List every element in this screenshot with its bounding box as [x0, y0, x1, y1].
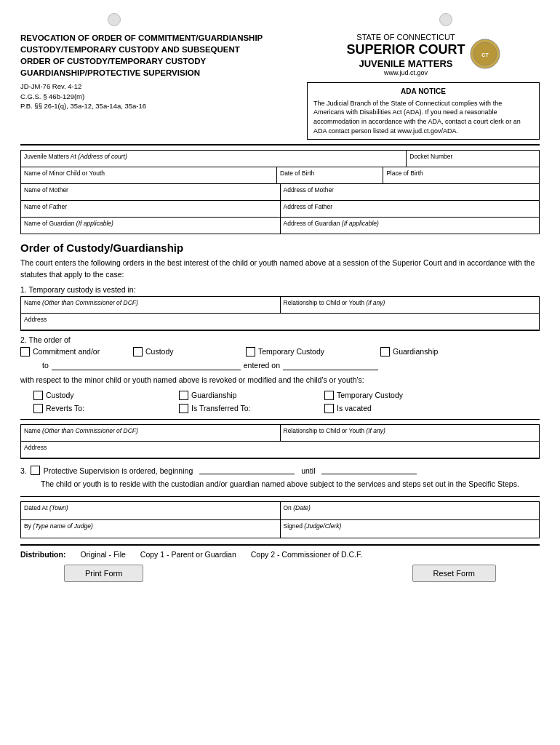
- sub-guardianship-checkbox[interactable]: [179, 391, 188, 400]
- entered-on-label: entered on: [244, 361, 280, 370]
- by-cell: By (Type name of Judge): [21, 520, 281, 538]
- mother-row: Name of Mother Address of Mother: [21, 184, 539, 201]
- ada-notice-box: ADA NOTICE The Judicial Branch of the St…: [307, 82, 540, 140]
- mother-address-label: Address of Mother: [284, 186, 334, 194]
- distribution-item-0: Original - File: [80, 550, 125, 559]
- sub-custody-checkbox[interactable]: [33, 391, 43, 400]
- commitment-checkbox[interactable]: [20, 347, 30, 356]
- juvenile-matters-cell: Juvenile Matters At (Address of court): [21, 151, 407, 167]
- guardian-name-cell: Name of Guardian (If applicable): [21, 218, 281, 234]
- mother-address-cell: Address of Mother: [281, 184, 540, 200]
- signed-sublabel: (Judge/Clerk): [304, 522, 341, 530]
- father-name-label: Name of Father: [24, 203, 67, 210]
- sub-temp-custody-checkbox[interactable]: [324, 391, 334, 400]
- guardian-address-label: Address of Guardian: [284, 220, 340, 227]
- temp-custody-checkbox[interactable]: [246, 347, 255, 356]
- sub-guardianship-label: Guardianship: [191, 391, 236, 399]
- section2-name-cell: Name (Other than Commissioner of DCF): [21, 425, 281, 441]
- section2-rel-sublabel: (If any): [366, 427, 385, 434]
- to-label: to: [42, 361, 49, 370]
- reset-button[interactable]: Reset Form: [412, 565, 496, 582]
- section1-name-label: Name: [24, 299, 41, 306]
- section2-label: 2. The order of: [20, 335, 540, 344]
- guardian-name-sublabel: (If applicable): [76, 220, 113, 227]
- transferred-to-checkbox[interactable]: [179, 404, 188, 413]
- form-fields-grid: Juvenile Matters At (Address of court) D…: [20, 150, 540, 234]
- section3-beginning-input[interactable]: [199, 465, 295, 474]
- section2-name-row: Name (Other than Commissioner of DCF) Re…: [21, 425, 539, 442]
- temp-custody-checkbox-item: Temporary Custody: [246, 347, 380, 356]
- section1-relationship-label: Relationship to Child or Youth: [284, 299, 365, 306]
- distribution-label: Distribution:: [20, 550, 65, 559]
- guardianship-label: Guardianship: [393, 347, 438, 356]
- print-button[interactable]: Print Form: [64, 565, 143, 582]
- court-logo-area: STATE OF CONNECTICUT SUPERIOR COURT JUVE…: [346, 32, 500, 76]
- section3-row: 3. Protective Supervision is ordered, be…: [20, 465, 540, 477]
- form-meta: JD-JM-76 Rev. 4-12 C.G.S. § 46b-129(m) P…: [20, 81, 263, 111]
- section3-until-input[interactable]: [321, 465, 417, 474]
- on-sublabel: (Date): [293, 504, 311, 511]
- pob-cell: Place of Birth: [383, 167, 539, 183]
- section2-address-label: Address: [24, 444, 47, 451]
- guardian-name-label: Name of Guardian: [24, 220, 74, 227]
- juvenile-matters-label: Juvenile Matters At: [24, 153, 76, 160]
- by-label: By: [24, 522, 31, 530]
- transferred-to-label: Is Transferred To:: [191, 404, 251, 413]
- guardianship-checkbox[interactable]: [380, 347, 390, 356]
- header-divider: [20, 144, 540, 146]
- section1-name-sublabel: (Other than Commissioner of DCF): [42, 299, 138, 306]
- section1-address-label: Address: [24, 316, 47, 323]
- by-signed-row: By (Type name of Judge) Signed (Judge/Cl…: [21, 520, 539, 538]
- docket-number-label: Docket Number: [409, 153, 452, 160]
- distribution-row: Distribution: Original - File Copy 1 - P…: [20, 544, 540, 559]
- transferred-to-item: Is Transferred To:: [179, 404, 324, 413]
- by-sublabel: (Type name of Judge): [33, 522, 93, 530]
- header: REVOCATION OF ORDER OF COMMITMENT/GUARDI…: [20, 32, 540, 140]
- order-intro-text: The court enters the following orders in…: [20, 258, 540, 281]
- buttons-row: Print Form Reset Form: [20, 565, 540, 582]
- custody-label: Custody: [145, 347, 174, 356]
- section3-checkbox[interactable]: [31, 466, 40, 475]
- section3-until-label: until: [301, 465, 315, 477]
- on-date-cell: On (Date): [281, 502, 540, 519]
- revoke-text: with respect to the minor child or youth…: [20, 375, 540, 386]
- sub-row-2: Reverts To: Is Transferred To: Is vacate…: [33, 404, 540, 413]
- vacated-label: Is vacated: [337, 404, 372, 413]
- vacated-item: Is vacated: [324, 404, 437, 413]
- page: REVOCATION OF ORDER OF COMMITMENT/GUARDI…: [0, 0, 560, 745]
- to-entered-on-line: to entered on: [42, 361, 540, 370]
- section1-fields: Name (Other than Commissioner of DCF) Re…: [20, 296, 540, 330]
- sub-checkboxes-section: Custody Guardianship Temporary Custody R…: [33, 391, 540, 413]
- reverts-to-label: Reverts To:: [46, 404, 84, 413]
- dated-at-label: Dated At: [24, 504, 48, 511]
- section1-rel-cell: Relationship to Child or Youth (if any): [281, 297, 540, 313]
- commitment-label: Commitment and/or: [33, 347, 100, 356]
- custody-checkbox[interactable]: [133, 347, 143, 356]
- guardianship-checkbox-item: Guardianship: [380, 347, 493, 356]
- section2-name-label: Name: [24, 427, 41, 434]
- section2-name-sublabel: (Other than Commissioner of DCF): [42, 427, 138, 434]
- on-label: On: [284, 504, 292, 511]
- entered-on-input[interactable]: [283, 361, 378, 370]
- temp-custody-label: Temporary Custody: [258, 347, 324, 356]
- section3-label: Protective Supervision is ordered, begin…: [44, 465, 193, 477]
- dob-label: Date of Birth: [280, 170, 314, 177]
- distribution-item-2: Copy 2 - Commissioner of D.C.F.: [251, 550, 362, 559]
- signed-cell: Signed (Judge/Clerk): [281, 520, 540, 538]
- section2-checkboxes: Commitment and/or Custody Temporary Cust…: [20, 347, 540, 356]
- docket-number-cell: Docket Number: [407, 151, 539, 167]
- header-right: STATE OF CONNECTICUT SUPERIOR COURT JUVE…: [307, 32, 540, 140]
- section2-rel-label: Relationship to Child or Youth: [284, 427, 365, 434]
- order-section-heading: Order of Custody/Guardianship: [20, 242, 540, 254]
- father-row: Name of Father Address of Father: [21, 201, 539, 218]
- to-input[interactable]: [52, 361, 241, 370]
- commitment-checkbox-item: Commitment and/or: [20, 347, 133, 356]
- section1-name-cell: Name (Other than Commissioner of DCF): [21, 297, 281, 313]
- section2-rel-cell: Relationship to Child or Youth (If any): [281, 425, 540, 441]
- reverts-to-checkbox[interactable]: [33, 404, 43, 413]
- signed-label: Signed: [284, 522, 303, 530]
- vacated-checkbox[interactable]: [324, 404, 334, 413]
- juvenile-matters-sublabel: (Address of court): [78, 153, 127, 160]
- sub-temp-custody-label: Temporary Custody: [337, 391, 403, 399]
- section1-address-row: Address: [21, 314, 539, 330]
